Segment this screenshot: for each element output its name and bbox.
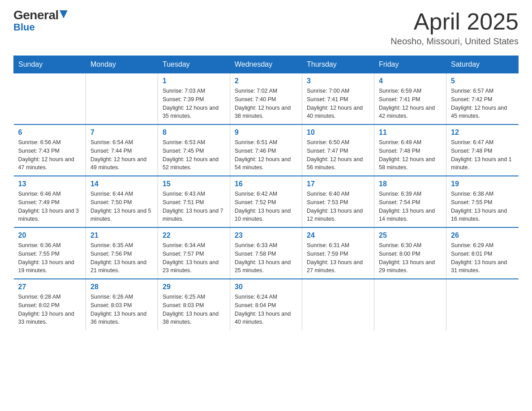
day-number: 14 [90,180,153,188]
day-number: 28 [90,283,153,291]
day-number: 15 [163,180,225,188]
calendar-cell: 29Sunrise: 6:25 AM Sunset: 8:03 PM Dayli… [158,279,230,330]
day-info: Sunrise: 6:42 AM Sunset: 7:52 PM Dayligh… [235,190,297,223]
logo-general-text: General [13,9,59,21]
day-info: Sunrise: 6:33 AM Sunset: 7:58 PM Dayligh… [235,241,297,275]
calendar-cell: 15Sunrise: 6:43 AM Sunset: 7:51 PM Dayli… [158,176,230,227]
day-info: Sunrise: 6:38 AM Sunset: 7:55 PM Dayligh… [451,190,514,223]
calendar-week-row: 27Sunrise: 6:28 AM Sunset: 8:02 PM Dayli… [14,279,519,330]
day-info: Sunrise: 6:46 AM Sunset: 7:49 PM Dayligh… [18,190,82,223]
day-info: Sunrise: 6:40 AM Sunset: 7:53 PM Dayligh… [307,190,369,223]
day-number: 12 [451,128,514,137]
calendar-cell: 28Sunrise: 6:26 AM Sunset: 8:03 PM Dayli… [86,279,158,330]
calendar-body: 1Sunrise: 7:03 AM Sunset: 7:39 PM Daylig… [14,73,519,330]
day-info: Sunrise: 6:57 AM Sunset: 7:42 PM Dayligh… [451,87,514,120]
day-number: 6 [18,128,82,137]
calendar-cell: 14Sunrise: 6:44 AM Sunset: 7:50 PM Dayli… [86,176,158,227]
day-number: 26 [451,231,514,240]
calendar-cell: 27Sunrise: 6:28 AM Sunset: 8:02 PM Dayli… [14,279,86,330]
day-info: Sunrise: 6:50 AM Sunset: 7:47 PM Dayligh… [307,138,369,172]
calendar-week-row: 13Sunrise: 6:46 AM Sunset: 7:49 PM Dayli… [14,176,519,227]
header-thursday: Thursday [302,56,374,73]
header-monday: Monday [86,56,158,73]
day-info: Sunrise: 6:56 AM Sunset: 7:43 PM Dayligh… [18,138,82,172]
day-info: Sunrise: 6:43 AM Sunset: 7:51 PM Dayligh… [163,190,225,223]
day-info: Sunrise: 6:49 AM Sunset: 7:48 PM Dayligh… [379,138,442,172]
day-number: 16 [235,180,297,188]
calendar-cell: 18Sunrise: 6:39 AM Sunset: 7:54 PM Dayli… [374,176,446,227]
day-number: 20 [18,231,82,240]
calendar-cell: 9Sunrise: 6:51 AM Sunset: 7:46 PM Daylig… [230,124,302,176]
day-number: 5 [451,77,514,85]
day-number: 13 [18,180,82,188]
day-info: Sunrise: 6:36 AM Sunset: 7:55 PM Dayligh… [18,241,82,275]
calendar-cell [86,73,158,125]
calendar-cell: 11Sunrise: 6:49 AM Sunset: 7:48 PM Dayli… [374,124,446,176]
calendar-cell: 24Sunrise: 6:31 AM Sunset: 7:59 PM Dayli… [302,227,374,279]
calendar-cell: 10Sunrise: 6:50 AM Sunset: 7:47 PM Dayli… [302,124,374,176]
day-number: 18 [379,180,442,188]
calendar-cell: 19Sunrise: 6:38 AM Sunset: 7:55 PM Dayli… [446,176,519,227]
calendar-cell: 17Sunrise: 6:40 AM Sunset: 7:53 PM Dayli… [302,176,374,227]
calendar-title: April 2025 [390,9,519,34]
day-number: 1 [163,77,225,85]
calendar-cell [374,279,446,330]
day-info: Sunrise: 6:34 AM Sunset: 7:57 PM Dayligh… [163,241,225,275]
day-info: Sunrise: 7:00 AM Sunset: 7:41 PM Dayligh… [307,87,369,120]
day-info: Sunrise: 7:02 AM Sunset: 7:40 PM Dayligh… [235,87,297,120]
calendar-cell: 5Sunrise: 6:57 AM Sunset: 7:42 PM Daylig… [446,73,519,125]
calendar-cell [302,279,374,330]
day-info: Sunrise: 6:59 AM Sunset: 7:41 PM Dayligh… [379,87,442,120]
header-tuesday: Tuesday [158,56,230,73]
calendar-cell: 7Sunrise: 6:54 AM Sunset: 7:44 PM Daylig… [86,124,158,176]
day-info: Sunrise: 6:53 AM Sunset: 7:45 PM Dayligh… [163,138,225,172]
calendar-cell: 26Sunrise: 6:29 AM Sunset: 8:01 PM Dayli… [446,227,519,279]
calendar-week-row: 20Sunrise: 6:36 AM Sunset: 7:55 PM Dayli… [14,227,519,279]
day-info: Sunrise: 6:51 AM Sunset: 7:46 PM Dayligh… [235,138,297,172]
day-number: 4 [379,77,442,85]
calendar-cell: 21Sunrise: 6:35 AM Sunset: 7:56 PM Dayli… [86,227,158,279]
day-info: Sunrise: 6:35 AM Sunset: 7:56 PM Dayligh… [90,241,153,275]
logo-arrow-icon [60,10,68,18]
svg-marker-0 [60,10,68,18]
calendar-cell: 23Sunrise: 6:33 AM Sunset: 7:58 PM Dayli… [230,227,302,279]
day-info: Sunrise: 6:39 AM Sunset: 7:54 PM Dayligh… [379,190,442,223]
weekday-header-row: Sunday Monday Tuesday Wednesday Thursday… [14,56,519,73]
day-number: 3 [307,77,369,85]
day-number: 23 [235,231,297,240]
day-info: Sunrise: 7:03 AM Sunset: 7:39 PM Dayligh… [163,87,225,120]
calendar-cell: 30Sunrise: 6:24 AM Sunset: 8:04 PM Dayli… [230,279,302,330]
day-number: 9 [235,128,297,137]
day-info: Sunrise: 6:30 AM Sunset: 8:00 PM Dayligh… [379,241,442,275]
day-number: 11 [379,128,442,137]
day-number: 30 [235,283,297,291]
page-header: General Blue April 2025 Neosho, Missouri… [13,9,519,47]
calendar-cell: 6Sunrise: 6:56 AM Sunset: 7:43 PM Daylig… [14,124,86,176]
title-block: April 2025 Neosho, Missouri, United Stat… [390,9,519,47]
day-number: 17 [307,180,369,188]
day-number: 25 [379,231,442,240]
calendar-cell: 20Sunrise: 6:36 AM Sunset: 7:55 PM Dayli… [14,227,86,279]
day-number: 10 [307,128,369,137]
day-number: 21 [90,231,153,240]
day-number: 2 [235,77,297,85]
header-friday: Friday [374,56,446,73]
logo: General Blue [13,9,68,32]
day-info: Sunrise: 6:28 AM Sunset: 8:02 PM Dayligh… [18,293,82,326]
day-number: 8 [163,128,225,137]
calendar-cell: 2Sunrise: 7:02 AM Sunset: 7:40 PM Daylig… [230,73,302,125]
day-number: 19 [451,180,514,188]
header-wednesday: Wednesday [230,56,302,73]
calendar-cell: 12Sunrise: 6:47 AM Sunset: 7:48 PM Dayli… [446,124,519,176]
day-info: Sunrise: 6:25 AM Sunset: 8:03 PM Dayligh… [163,293,225,326]
calendar-cell: 22Sunrise: 6:34 AM Sunset: 7:57 PM Dayli… [158,227,230,279]
day-info: Sunrise: 6:29 AM Sunset: 8:01 PM Dayligh… [451,241,514,275]
day-info: Sunrise: 6:47 AM Sunset: 7:48 PM Dayligh… [451,138,514,172]
calendar-cell: 8Sunrise: 6:53 AM Sunset: 7:45 PM Daylig… [158,124,230,176]
calendar-header: Sunday Monday Tuesday Wednesday Thursday… [14,56,519,73]
day-number: 22 [163,231,225,240]
day-info: Sunrise: 6:31 AM Sunset: 7:59 PM Dayligh… [307,241,369,275]
day-info: Sunrise: 6:44 AM Sunset: 7:50 PM Dayligh… [90,190,153,223]
day-info: Sunrise: 6:26 AM Sunset: 8:03 PM Dayligh… [90,293,153,326]
calendar-cell: 16Sunrise: 6:42 AM Sunset: 7:52 PM Dayli… [230,176,302,227]
